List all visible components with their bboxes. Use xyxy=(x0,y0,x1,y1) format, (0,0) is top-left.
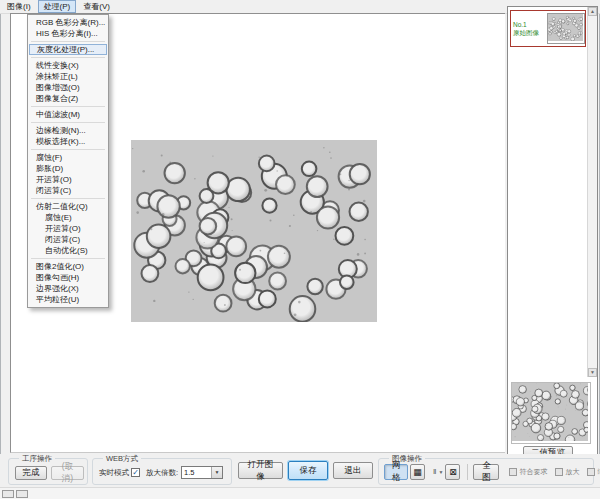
chevron-down-icon[interactable]: ▼ xyxy=(438,469,443,475)
display-option[interactable]: 放大 xyxy=(555,467,579,477)
menu-item[interactable]: 灰度化处理(P)... xyxy=(29,44,107,55)
web-mode-group: WEB方式 实时模式 ✓ 放大倍数: 1.5 ▼ xyxy=(92,458,232,485)
menu-separator xyxy=(31,106,105,107)
menu-separator xyxy=(31,149,105,150)
display-options: 符合要求放大缩小复原 xyxy=(509,467,600,477)
menu-item[interactable]: RGB 色彩分离(R)... xyxy=(28,17,108,28)
menu-item[interactable]: 开运算(O) xyxy=(28,174,108,185)
scroll-down-icon[interactable]: ▼ xyxy=(588,368,597,377)
scroll-up-icon[interactable]: ▲ xyxy=(588,7,597,16)
menu-separator xyxy=(31,57,105,58)
cancel-button[interactable]: (取消) xyxy=(51,466,84,480)
menu-view[interactable]: 查看(V) xyxy=(77,0,116,13)
menu-separator xyxy=(31,198,105,199)
close-box-icon[interactable]: ⊠ xyxy=(445,464,460,480)
zoom-level-text: Ⅱ xyxy=(433,468,436,476)
menu-item[interactable]: 开运算(O) xyxy=(28,223,108,234)
bottom-toolbar: 工序操作 完成 (取消) WEB方式 实时模式 ✓ 放大倍数: 1.5 ▼ 打开… xyxy=(0,454,600,487)
toolbar-divider xyxy=(467,464,468,480)
menu-item[interactable]: 平均粒径(U) xyxy=(28,294,108,305)
zoom-factor-combobox[interactable]: 1.5 ▼ xyxy=(181,466,223,479)
menu-item[interactable]: 图像2值化(O) xyxy=(28,261,108,272)
display-option[interactable]: 符合要求 xyxy=(509,467,547,477)
menu-item[interactable]: 自动优化(S) xyxy=(28,245,108,256)
menu-item[interactable]: 仿射二值化(Q) xyxy=(28,201,108,212)
mini-button-1[interactable] xyxy=(2,490,14,498)
image-list-panel: ▲ ▼ No.1 原始图像 二值预览 xyxy=(507,6,598,455)
menu-process[interactable]: 处理(P) xyxy=(38,0,77,13)
display-group: 图像操作 网格 ▦ Ⅱ ▼ ⊠ 全图 符合要求放大缩小复原 xyxy=(378,458,594,485)
option-icon xyxy=(555,468,563,476)
menu-item[interactable]: 涂抹矫正(L) xyxy=(28,71,108,82)
list-item-selected[interactable]: No.1 原始图像 xyxy=(510,10,586,47)
mini-button-2[interactable] xyxy=(16,490,28,498)
menu-image[interactable]: 图像(I) xyxy=(1,0,37,13)
menu-item[interactable]: 腐蚀(E) xyxy=(28,212,108,223)
zoom-factor-label: 放大倍数: xyxy=(146,468,178,478)
grid-toggle-button[interactable]: 网格 xyxy=(384,464,408,480)
done-button[interactable]: 完成 xyxy=(15,466,47,480)
display-option[interactable]: 缩小 xyxy=(587,467,600,477)
zoom-factor-value: 1.5 xyxy=(182,468,211,477)
menu-separator xyxy=(31,41,105,42)
process-group: 工序操作 完成 (取消) xyxy=(8,458,88,485)
realtime-label: 实时模式 xyxy=(99,468,129,478)
web-mode-group-label: WEB方式 xyxy=(103,454,141,464)
menu-item[interactable]: 腐蚀(F) xyxy=(28,152,108,163)
menu-item[interactable]: 边界强化(X) xyxy=(28,283,108,294)
process-dropdown-menu: RGB 色彩分离(R)...HIS 色彩分离(I)...灰度化处理(P)...线… xyxy=(27,14,109,308)
status-strip xyxy=(0,487,600,499)
save-button[interactable]: 保存 xyxy=(288,461,328,480)
menu-item[interactable]: 闭运算(C) xyxy=(28,234,108,245)
menu-separator xyxy=(31,258,105,259)
menu-item[interactable]: 膨胀(D) xyxy=(28,163,108,174)
chevron-down-icon[interactable]: ▼ xyxy=(211,467,222,478)
table-icon[interactable]: ▦ xyxy=(410,464,425,480)
menu-item[interactable]: 图像复合(Z) xyxy=(28,93,108,104)
process-group-label: 工序操作 xyxy=(19,454,55,464)
menu-item[interactable]: 图像增强(O) xyxy=(28,82,108,93)
full-view-button[interactable]: 全图 xyxy=(473,464,499,480)
menu-item[interactable]: 边缘检测(N)... xyxy=(28,125,108,136)
exit-button[interactable]: 退出 xyxy=(333,462,373,479)
list-item-label: No.1 原始图像 xyxy=(511,21,547,37)
realtime-checkbox[interactable]: ✓ xyxy=(131,468,140,477)
list-item-thumbnail xyxy=(547,13,585,44)
menu-item[interactable]: 图像勾画(H) xyxy=(28,272,108,283)
option-icon xyxy=(509,468,517,476)
menu-item[interactable]: 模板选择(K)... xyxy=(28,136,108,147)
option-icon xyxy=(587,468,595,476)
menu-separator xyxy=(31,122,105,123)
open-image-button[interactable]: 打开图像 xyxy=(238,462,283,479)
menu-item[interactable]: HIS 色彩分离(I)... xyxy=(28,28,108,39)
menu-item[interactable]: 线性变换(X) xyxy=(28,60,108,71)
list-scrollbar[interactable]: ▲ ▼ xyxy=(587,7,597,377)
menu-item[interactable]: 中值滤波(M) xyxy=(28,109,108,120)
preview-image xyxy=(511,382,591,444)
menu-item[interactable]: 闭运算(C) xyxy=(28,185,108,196)
particle-image xyxy=(131,140,377,322)
